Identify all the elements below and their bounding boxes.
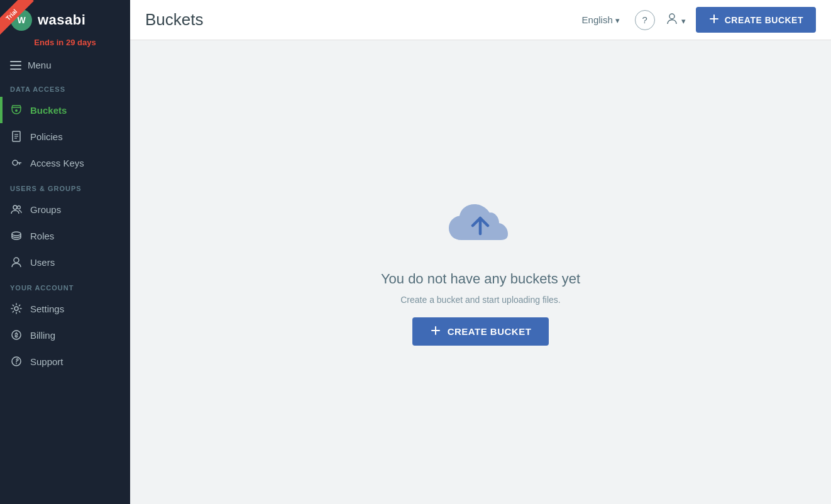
sidebar-item-users[interactable]: Users — [0, 249, 130, 275]
groups-icon — [10, 203, 23, 216]
sidebar-item-support-label: Support — [30, 356, 63, 367]
support-icon — [10, 355, 23, 368]
chevron-down-icon — [615, 14, 620, 25]
svg-point-15 — [669, 14, 674, 19]
bucket-icon — [10, 104, 23, 116]
sidebar-item-policies-label: Policies — [30, 131, 63, 142]
menu-button[interactable]: Menu — [0, 53, 130, 77]
user-chevron-icon — [681, 13, 686, 27]
main-area: Buckets English ? — [130, 0, 831, 504]
help-button[interactable]: ? — [635, 10, 655, 30]
user-icon — [665, 11, 679, 28]
sidebar-item-buckets[interactable]: Buckets — [0, 97, 130, 123]
section-data-access: Data Access — [0, 77, 130, 97]
section-your-account: Your Account — [0, 275, 130, 295]
sidebar-item-settings-label: Settings — [30, 304, 64, 314]
sidebar-item-settings[interactable]: Settings — [0, 295, 130, 322]
sidebar-item-access-keys[interactable]: Access Keys — [0, 150, 130, 176]
svg-point-8 — [13, 205, 17, 209]
sidebar-item-groups[interactable]: Groups — [0, 196, 130, 222]
sidebar-item-roles[interactable]: Roles — [0, 222, 130, 249]
help-icon: ? — [642, 14, 647, 25]
sidebar-item-billing-label: Billing — [30, 330, 55, 341]
topbar-right: English ? — [577, 7, 816, 33]
sidebar-item-billing[interactable]: Billing — [0, 322, 130, 348]
svg-point-2 — [15, 109, 18, 112]
trial-label: Trial — [0, 0, 33, 37]
bucket-create-icon-center — [430, 325, 441, 338]
menu-label: Menu — [28, 60, 52, 70]
content-area: You do not have any buckets yet Create a… — [130, 40, 831, 504]
cloud-upload-icon — [443, 199, 518, 258]
create-bucket-top-label: CREATE BUCKET — [725, 15, 803, 25]
create-bucket-center-label: CREATE BUCKET — [448, 326, 532, 337]
create-bucket-button-center[interactable]: CREATE BUCKET — [412, 317, 549, 346]
svg-point-12 — [14, 307, 18, 310]
roles-icon — [10, 229, 23, 242]
key-icon — [10, 156, 23, 169]
svg-point-10 — [12, 232, 21, 236]
trial-badge: Trial — [0, 0, 44, 44]
user-button[interactable] — [665, 11, 686, 28]
users-icon — [10, 256, 23, 268]
empty-state: You do not have any buckets yet Create a… — [381, 199, 580, 346]
sidebar-item-policies[interactable]: Policies — [0, 123, 130, 150]
policies-icon — [10, 130, 23, 143]
sidebar-item-groups-label: Groups — [30, 204, 61, 215]
sidebar: Trial W wasabi Ends in 29 days Menu Data… — [0, 0, 130, 504]
svg-point-11 — [14, 258, 19, 263]
sidebar-item-access-keys-label: Access Keys — [30, 158, 84, 168]
logo-text: wasabi — [38, 12, 85, 28]
sidebar-item-roles-label: Roles — [30, 231, 54, 241]
section-users-groups: Users & Groups — [0, 176, 130, 196]
create-bucket-button-top[interactable]: CREATE BUCKET — [696, 7, 816, 33]
billing-icon — [10, 329, 23, 341]
empty-title: You do not have any buckets yet — [381, 271, 580, 287]
svg-point-9 — [18, 206, 21, 209]
language-selector[interactable]: English — [577, 12, 625, 28]
empty-subtitle: Create a bucket and start uploading file… — [400, 295, 561, 305]
sidebar-item-buckets-label: Buckets — [30, 105, 67, 116]
sidebar-item-support[interactable]: Support — [0, 348, 130, 375]
settings-icon — [10, 302, 23, 315]
language-label: English — [582, 14, 613, 25]
page-title: Buckets — [145, 10, 204, 30]
sidebar-item-users-label: Users — [30, 257, 55, 268]
bucket-create-icon-top — [708, 13, 720, 26]
topbar: Buckets English ? — [130, 0, 831, 40]
hamburger-icon — [10, 61, 21, 70]
